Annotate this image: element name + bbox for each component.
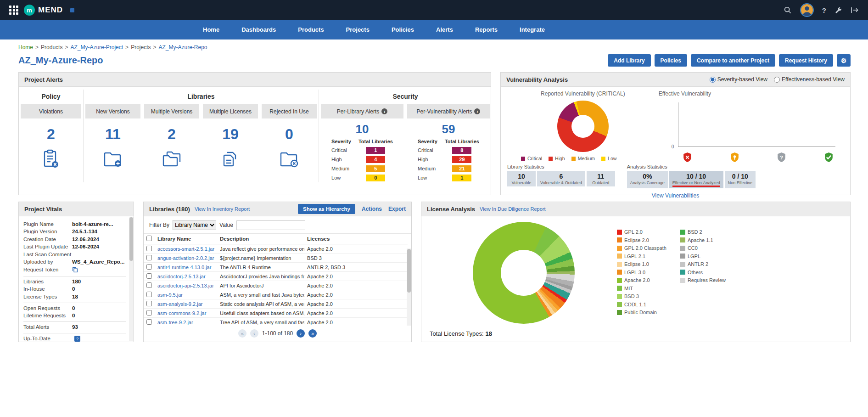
search-icon[interactable] — [784, 6, 792, 14]
library-link[interactable]: asciidoctorj-api-2.5.13.jar — [157, 283, 214, 288]
library-link[interactable]: asm-tree-9.2.jar — [157, 320, 193, 325]
view-due-diligence-report-link[interactable]: View In Due Diligence Report — [480, 206, 545, 212]
nav-item-reports[interactable]: Reports — [464, 20, 509, 39]
per-vulnerability-alerts-tab[interactable]: Per-Vulnerability Alerts i — [407, 104, 490, 118]
description-column-header[interactable]: Description — [217, 234, 304, 244]
breadcrumb-home[interactable]: Home — [18, 44, 33, 51]
license-types-row: License Types18 — [23, 294, 126, 300]
breadcrumb-project[interactable]: AZ_My-Azure-Project — [70, 44, 123, 51]
row-checkbox[interactable] — [146, 246, 152, 251]
library-link[interactable]: angus-activation-2.0.2.jar — [157, 255, 214, 261]
new-versions-tab[interactable]: New Versions — [85, 104, 140, 118]
effectiveness-view-radio-input[interactable] — [774, 77, 780, 83]
library-link[interactable]: asciidoctorj-2.5.13.jar — [157, 274, 206, 279]
library-link[interactable]: asm-analysis-9.2.jar — [157, 301, 202, 307]
compare-project-button[interactable]: Compare to another Project — [691, 54, 775, 67]
per-library-alerts-tab[interactable]: Per-Library Alerts i — [321, 104, 403, 118]
library-link[interactable]: asm-commons-9.2.jar — [157, 310, 206, 316]
row-checkbox[interactable] — [146, 301, 152, 306]
apps-grid-icon[interactable] — [9, 6, 18, 15]
folder-plus-icon — [102, 148, 124, 172]
per-library-alerts-count: 10 — [356, 122, 369, 136]
project-alerts-panel: Project Alerts Policy Violations 2 Libra… — [18, 72, 491, 195]
table-row[interactable]: asm-commons-9.2.jarUsefull class adapter… — [144, 309, 408, 318]
library-link[interactable]: antlr4-runtime-4.13.0.jar — [157, 265, 211, 270]
nav-item-policies[interactable]: Policies — [381, 20, 425, 39]
avatar[interactable] — [800, 3, 814, 17]
legend-color-swatch — [617, 237, 622, 242]
nav-item-integrate[interactable]: Integrate — [509, 20, 556, 39]
library-name-column-header[interactable]: Library Name — [155, 234, 217, 244]
export-button[interactable]: Export — [388, 206, 406, 212]
policies-button[interactable]: Policies — [655, 54, 687, 67]
breadcrumb: Home>Products>AZ_My-Azure-Project>Projec… — [0, 39, 868, 51]
nav-item-alerts[interactable]: Alerts — [425, 20, 464, 39]
row-checkbox[interactable] — [146, 282, 152, 288]
select-all-checkbox[interactable] — [146, 236, 152, 241]
table-row[interactable]: accessors-smart-2.5.1.jarJava reflect gi… — [144, 244, 408, 254]
license-donut-chart[interactable] — [473, 222, 575, 324]
mend-logo[interactable]: m MEND — [24, 5, 63, 16]
settings-gear-button[interactable]: ⚙ — [837, 54, 851, 67]
table-row[interactable]: asciidoctorj-api-2.5.13.jarAPI for Ascii… — [144, 281, 408, 290]
table-row[interactable]: asm-tree-9.2.jarTree API of ASM, a very … — [144, 318, 408, 327]
filter-field-select[interactable]: Library Name — [173, 220, 216, 230]
last-page-button[interactable]: » — [308, 329, 317, 338]
row-checkbox[interactable] — [146, 310, 152, 316]
effectiveness-view-radio[interactable]: Effectiveness-based View — [774, 76, 845, 83]
reported-vulnerability-donut-chart[interactable] — [557, 101, 609, 152]
multiple-versions-tab[interactable]: Multiple Versions — [144, 104, 199, 118]
info-icon[interactable]: i — [474, 108, 480, 114]
help-icon[interactable]: ? — [822, 6, 826, 14]
nav-item-projects[interactable]: Projects — [335, 20, 381, 39]
row-checkbox[interactable] — [146, 264, 152, 270]
add-library-button[interactable]: Add Library — [608, 54, 650, 67]
view-inventory-report-link[interactable]: View In Inventory Report — [195, 206, 250, 212]
row-checkbox[interactable] — [146, 273, 152, 279]
row-checkbox[interactable] — [146, 255, 152, 260]
nav-item-products[interactable]: Products — [287, 20, 335, 39]
project-vitals-panel: Project Vitals Plugin Namebolt-4-azure-r… — [18, 202, 134, 342]
plugin-version-row: Plugin Version24.5.1-134 — [23, 229, 126, 235]
legend-item: Critical — [521, 156, 542, 161]
table-row[interactable]: asm-analysis-9.2.jarStatic code analysis… — [144, 299, 408, 309]
library-link[interactable]: asm-9.5.jar — [157, 292, 183, 298]
sign-out-icon[interactable] — [851, 6, 859, 14]
severity-view-radio[interactable]: Severity-based View — [710, 76, 767, 83]
actions-button[interactable]: Actions — [362, 206, 382, 212]
table-row[interactable]: angus-activation-2.0.2.jar${project.name… — [144, 254, 408, 263]
first-page-button[interactable]: « — [238, 329, 246, 338]
library-link[interactable]: accessors-smart-2.5.1.jar — [157, 246, 214, 252]
copy-icon[interactable] — [72, 267, 78, 273]
table-row[interactable]: asm-9.5.jarASM, a very small and fast Ja… — [144, 290, 408, 299]
filter-by-label: Filter By — [149, 222, 169, 228]
nav-item-dashboards[interactable]: Dashboards — [230, 20, 287, 39]
filter-value-input[interactable] — [236, 220, 305, 230]
next-page-button[interactable]: › — [297, 329, 305, 338]
vitals-scrollbar[interactable] — [129, 217, 134, 341]
non-effective-stat: 0 / 10 Non Effective — [725, 171, 756, 188]
wrench-icon[interactable] — [834, 6, 842, 14]
question-badge-icon[interactable]: ? — [74, 336, 80, 342]
view-vulnerabilities-link[interactable]: View Vulnerabilities — [501, 192, 850, 199]
outdated-stat: 11 Outdated — [587, 171, 615, 186]
previous-page-button[interactable]: ‹ — [250, 329, 258, 338]
licenses-column-header[interactable]: Licenses — [304, 234, 408, 244]
rejected-in-use-tab[interactable]: Rejected In Use — [262, 104, 317, 118]
multiple-licenses-tab[interactable]: Multiple Licenses — [203, 104, 258, 118]
info-icon[interactable]: i — [381, 108, 387, 114]
nav-item-home[interactable]: Home — [192, 20, 230, 39]
row-checkbox[interactable] — [146, 292, 152, 297]
severity-row: Medium5 — [328, 164, 397, 173]
violations-tab[interactable]: Violations — [21, 104, 81, 118]
breadcrumb-projects: Projects — [131, 44, 151, 51]
breadcrumb-repo[interactable]: AZ_My-Azure-Repo — [159, 44, 207, 51]
divider — [23, 303, 126, 303]
show-as-hierarchy-button[interactable]: Show as Hierarchy — [298, 204, 355, 214]
table-row[interactable]: antlr4-runtime-4.13.0.jarThe ANTLR 4 Run… — [144, 263, 408, 272]
table-row[interactable]: asciidoctorj-2.5.13.jarAsciidoctorJ prov… — [144, 272, 408, 281]
table-scrollbar[interactable] — [407, 248, 411, 326]
request-history-button[interactable]: Request History — [779, 54, 833, 67]
severity-view-radio-input[interactable] — [710, 77, 716, 83]
row-checkbox[interactable] — [146, 319, 152, 325]
